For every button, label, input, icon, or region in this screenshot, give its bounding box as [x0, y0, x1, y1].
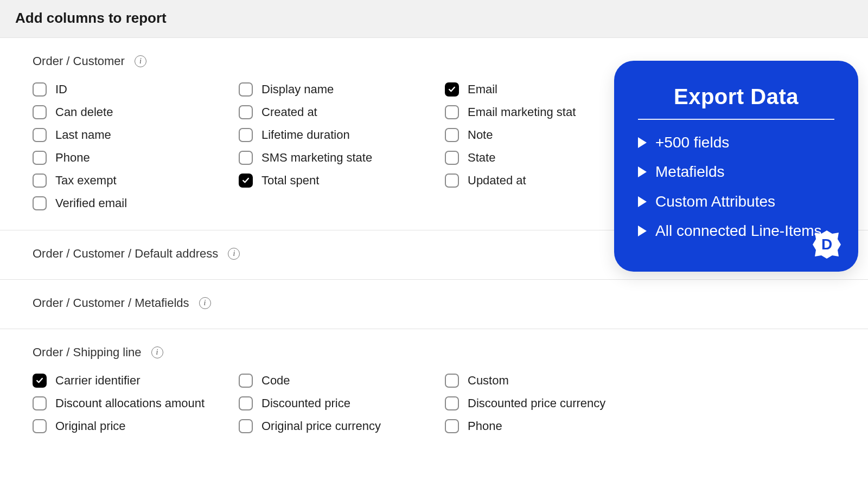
checkbox[interactable] — [239, 105, 253, 119]
field-label: Updated at — [468, 174, 526, 188]
field-label: Last name — [55, 128, 111, 142]
info-icon[interactable]: i — [228, 248, 240, 260]
field-label: Custom — [468, 374, 509, 388]
checkbox[interactable] — [239, 174, 253, 188]
triangle-icon — [638, 166, 647, 177]
promo-item-label: +500 fields — [655, 133, 729, 152]
triangle-icon — [638, 137, 647, 148]
field-label: Tax exempt — [55, 174, 117, 188]
field-row: Total spent — [239, 169, 445, 192]
field-column: CustomDiscounted price currencyPhone — [445, 369, 673, 438]
field-column: Carrier identifierDiscount allocations a… — [33, 369, 239, 438]
section-title: Order / Shipping line — [33, 345, 142, 359]
checkbox[interactable] — [33, 82, 47, 97]
field-row: ID — [33, 78, 239, 101]
section-title: Order / Customer / Default address — [33, 247, 218, 261]
checkbox[interactable] — [33, 396, 47, 410]
field-row: Last name — [33, 124, 239, 146]
field-label: Code — [261, 374, 290, 388]
field-column: Display nameCreated atLifetime durationS… — [239, 78, 445, 215]
checkbox[interactable] — [33, 151, 47, 165]
field-label: Created at — [261, 105, 317, 119]
promo-item-label: Metafields — [655, 162, 725, 182]
promo-panel: Export Data +500 fields Metafields Custo… — [614, 61, 858, 272]
info-icon[interactable]: i — [151, 346, 163, 358]
promo-title: Export Data — [638, 85, 834, 120]
checkbox[interactable] — [239, 82, 253, 97]
checkbox[interactable] — [33, 419, 47, 433]
section-title: Order / Customer / Metafields — [33, 296, 189, 310]
field-row: Verified email — [33, 192, 239, 215]
field-row: SMS marketing state — [239, 146, 445, 169]
checkbox[interactable] — [33, 374, 47, 388]
section-header-metafields: Order / Customer / Metafields i — [0, 280, 868, 326]
field-row: Code — [239, 369, 445, 392]
field-label: Can delete — [55, 105, 113, 119]
checkbox[interactable] — [445, 396, 459, 410]
field-label: Email marketing stat — [468, 105, 576, 119]
field-label: Email — [468, 82, 497, 97]
field-label: Original price — [55, 419, 126, 433]
field-column: IDCan deleteLast namePhoneTax exemptVeri… — [33, 78, 239, 215]
checkbox[interactable] — [445, 128, 459, 142]
field-row: Discounted price currency — [445, 392, 673, 415]
logo-badge: D — [812, 229, 842, 260]
promo-item: All connected Line-Items — [638, 221, 834, 241]
field-label: Original price currency — [261, 419, 381, 433]
field-row: Created at — [239, 101, 445, 124]
field-row: Carrier identifier — [33, 369, 239, 392]
field-row: Display name — [239, 78, 445, 101]
section-header-shipping-line: Order / Shipping line i — [0, 329, 868, 369]
checkbox[interactable] — [239, 128, 253, 142]
checkbox[interactable] — [239, 396, 253, 410]
field-label: Discounted price currency — [468, 396, 605, 410]
field-label: Phone — [55, 151, 90, 165]
triangle-icon — [638, 226, 647, 236]
checkbox[interactable] — [445, 82, 459, 97]
checkbox[interactable] — [33, 128, 47, 142]
checkbox[interactable] — [33, 196, 47, 210]
promo-item: +500 fields — [638, 133, 834, 152]
field-row: Phone — [445, 415, 673, 438]
info-icon[interactable]: i — [135, 55, 146, 67]
checkbox[interactable] — [445, 105, 459, 119]
triangle-icon — [638, 196, 647, 207]
field-row: Tax exempt — [33, 169, 239, 192]
checkbox[interactable] — [33, 174, 47, 188]
field-column: CodeDiscounted priceOriginal price curre… — [239, 369, 445, 438]
checkbox[interactable] — [239, 374, 253, 388]
checkbox[interactable] — [239, 151, 253, 165]
field-row: Original price currency — [239, 415, 445, 438]
field-label: Lifetime duration — [261, 128, 350, 142]
field-label: Note — [468, 128, 493, 142]
section-title: Order / Customer — [33, 54, 125, 68]
field-label: Verified email — [55, 196, 127, 210]
field-row: Lifetime duration — [239, 124, 445, 146]
field-row: Discounted price — [239, 392, 445, 415]
field-row: Custom — [445, 369, 673, 392]
field-label: Phone — [468, 419, 502, 433]
checkbox[interactable] — [445, 151, 459, 165]
promo-list: +500 fields Metafields Custom Attributes… — [638, 133, 834, 241]
checkbox[interactable] — [445, 419, 459, 433]
promo-item: Custom Attributes — [638, 192, 834, 211]
field-row: Phone — [33, 146, 239, 169]
field-row: Original price — [33, 415, 239, 438]
field-label: SMS marketing state — [261, 151, 372, 165]
field-label: Discounted price — [261, 396, 350, 410]
checkbox[interactable] — [239, 419, 253, 433]
field-label: Discount allocations amount — [55, 396, 205, 410]
checkbox[interactable] — [445, 374, 459, 388]
info-icon[interactable]: i — [199, 297, 211, 309]
field-row: Can delete — [33, 101, 239, 124]
logo-letter: D — [812, 229, 842, 260]
page-title: Add columns to report — [15, 10, 853, 27]
fields-grid-shipping-line: Carrier identifierDiscount allocations a… — [0, 369, 868, 451]
field-label: ID — [55, 82, 67, 97]
promo-item: Metafields — [638, 162, 834, 182]
topbar: Add columns to report — [0, 0, 868, 38]
checkbox[interactable] — [33, 105, 47, 119]
field-label: Total spent — [261, 174, 319, 188]
checkbox[interactable] — [445, 174, 459, 188]
promo-item-label: Custom Attributes — [655, 192, 775, 211]
